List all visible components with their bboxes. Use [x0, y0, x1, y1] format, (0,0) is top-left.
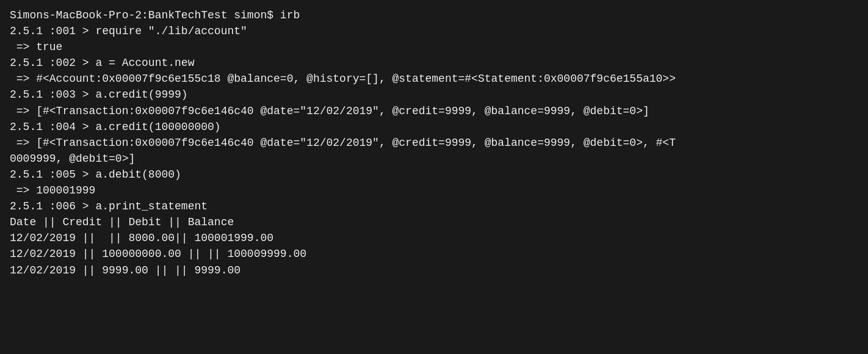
- terminal-window: Simons-MacBook-Pro-2:BankTechTest simon$…: [10, 7, 858, 347]
- terminal-line-11: => 100001999: [10, 182, 858, 198]
- terminal-line-12: 2.5.1 :006 > a.print_statement: [10, 198, 858, 214]
- terminal-line-14: 12/02/2019 || || 8000.00|| 100001999.00: [10, 230, 858, 246]
- terminal-line-15: 12/02/2019 || 100000000.00 || || 1000099…: [10, 246, 858, 262]
- terminal-line-1: 2.5.1 :001 > require "./lib/account": [10, 23, 858, 39]
- terminal-line-6: => [#<Transaction:0x00007f9c6e146c40 @da…: [10, 103, 858, 119]
- terminal-line-4: => #<Account:0x00007f9c6e155c18 @balance…: [10, 71, 858, 87]
- terminal-line-7: 2.5.1 :004 > a.credit(100000000): [10, 119, 858, 135]
- terminal-line-0: Simons-MacBook-Pro-2:BankTechTest simon$…: [10, 7, 858, 23]
- terminal-line-5: 2.5.1 :003 > a.credit(9999): [10, 87, 858, 103]
- terminal-line-3: 2.5.1 :002 > a = Account.new: [10, 55, 858, 71]
- terminal-line-8: => [#<Transaction:0x00007f9c6e146c40 @da…: [10, 135, 858, 151]
- terminal-line-10: 2.5.1 :005 > a.debit(8000): [10, 167, 858, 182]
- terminal-line-9: 0009999, @debit=0>]: [10, 151, 858, 167]
- terminal-line-2: => true: [10, 39, 858, 55]
- terminal-line-16: 12/02/2019 || 9999.00 || || 9999.00: [10, 262, 858, 278]
- terminal-line-13: Date || Credit || Debit || Balance: [10, 214, 858, 230]
